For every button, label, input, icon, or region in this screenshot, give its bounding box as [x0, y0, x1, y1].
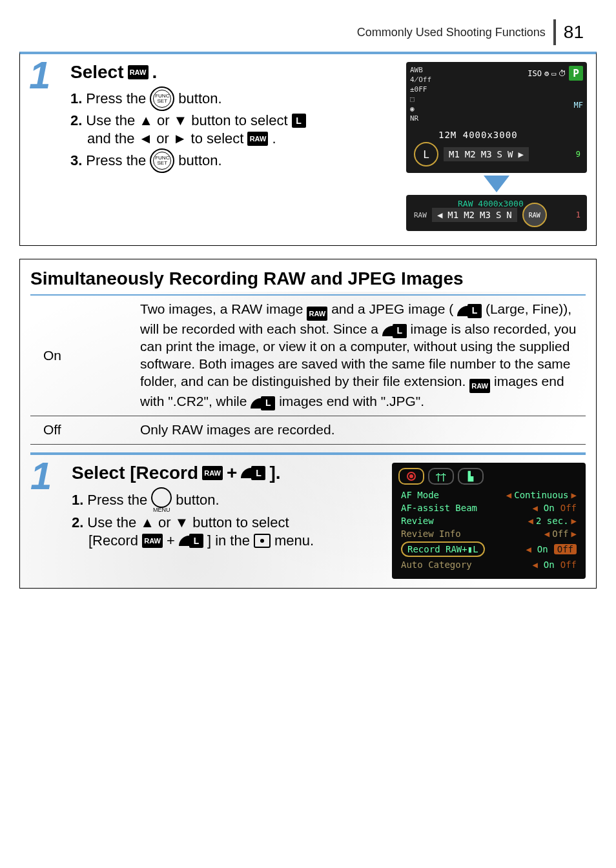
metering-icon: ◉: [410, 105, 431, 113]
s2-t2: button to select: [191, 112, 287, 129]
menu-key: AF Mode: [401, 490, 439, 500]
nr-icon: NR: [410, 114, 431, 123]
txt: and a JPEG image (: [331, 301, 453, 316]
step2-title: Select [Record RAW + L ].: [72, 463, 382, 483]
s2-or: or: [157, 112, 170, 129]
step1-sub1: 1. Press the FUNC SET button.: [70, 86, 396, 111]
up-arrow-icon: ▲: [140, 514, 154, 531]
t2b: ].: [269, 463, 280, 483]
s2-or2: or: [156, 130, 169, 147]
step1-title-word: Select: [70, 62, 124, 83]
step2-sub2a: 2. Use the ▲ or ▼ button to select: [72, 514, 382, 531]
lcd-preview-stack: AWB 4̸Off ±0FF ⬚ ◉ NR ISO ⚙ ▭ ⏱ P MF 12M…: [406, 62, 587, 231]
opt-s: S: [496, 210, 501, 220]
lcd1-right-icons: ISO ⚙ ▭ ⏱ P: [528, 66, 583, 81]
shots-remaining: 1: [576, 210, 580, 219]
s2-t5: .: [272, 130, 276, 147]
jpeg-fine-icon: L: [382, 324, 407, 338]
shots-remaining: 9: [576, 150, 580, 159]
mode-p-badge: P: [569, 66, 583, 81]
s2-t5: menu.: [274, 532, 314, 549]
s3-t2: button.: [178, 152, 221, 169]
step2-box: 1 Select [Record RAW + L ]. 1. Press the…: [30, 452, 586, 579]
table-row: On Two images, a RAW image RAW and a JPE…: [30, 296, 586, 416]
menu-row: Record RAW+▮L◀OnOff: [398, 540, 579, 558]
s2-t4: ] in the: [207, 532, 250, 549]
s2-t3: [Record: [88, 532, 138, 549]
s2-t2: button to select: [192, 514, 289, 531]
option-table: On Two images, a RAW image RAW and a JPE…: [30, 296, 586, 445]
scroll-right-icon: ▶: [518, 149, 523, 159]
menu-value: ◀Continuous▶: [506, 490, 577, 500]
s2-or: or: [158, 514, 171, 531]
s1-t2: button.: [176, 492, 219, 509]
down-arrow-icon: ▼: [175, 514, 189, 531]
step1-title-period: .: [152, 62, 158, 83]
table-row: Off Only RAW images are recorded.: [30, 416, 586, 445]
menu-button-icon: [151, 487, 172, 508]
opt-s: S: [497, 149, 502, 159]
opt-m1: M1: [447, 210, 458, 220]
exposure-icon: ±0FF: [410, 85, 431, 94]
menu-row: Review◀2 sec.▶: [398, 514, 579, 527]
menu-value: ◀OnOff: [532, 503, 577, 513]
lcd1-left-icons: AWB 4̸Off ±0FF ⬚ ◉ NR: [410, 66, 431, 123]
lcd1-options: M1 M2 M3 S W ▶: [444, 147, 529, 161]
txt: Two images, a RAW image: [140, 301, 307, 316]
selected-raw-icon: RAW: [522, 203, 547, 227]
opt-w: W: [508, 149, 513, 159]
step1-title: Select RAW .: [70, 62, 396, 83]
lcd1-size: 12M 4000x3000: [438, 130, 518, 140]
func-set-icon: FUNC SET: [150, 148, 174, 173]
scroll-left-icon: ◀: [437, 210, 442, 220]
lcd2-selector: RAW ◀ M1 M2 M3 S N RAW 1: [414, 203, 580, 227]
on-description: Two images, a RAW image RAW and a JPEG i…: [134, 296, 586, 416]
opt-m2: M2: [465, 149, 476, 159]
opt-m2: M2: [464, 210, 475, 220]
func-set-icon: FUNC SET: [150, 86, 174, 111]
mf-icon: MF: [574, 101, 583, 110]
menu-tabs: ϯϯ ▙: [398, 468, 579, 485]
section-heading: Simultaneously Recording RAW and JPEG Im…: [30, 268, 586, 296]
left-arrow-icon: ◄: [138, 130, 152, 147]
s1-num: 1.: [70, 90, 82, 107]
step2-sub2b: [Record RAW + L ] in the menu.: [72, 532, 382, 549]
func-bot: SET: [158, 161, 168, 166]
menu-key: Record RAW+▮L: [401, 541, 485, 557]
tab-camera: [398, 468, 424, 485]
step2-number: 1: [30, 463, 61, 490]
opt-m3: M3: [481, 149, 492, 159]
t2a: Select [Record: [72, 463, 198, 483]
s2-num: 2.: [72, 514, 83, 531]
step1-sub2a: 2. Use the ▲ or ▼ button to select L: [70, 112, 396, 129]
jpeg-fine-icon: L: [241, 466, 265, 480]
l-size-icon: L: [467, 304, 482, 318]
s2-t1: Use the: [86, 112, 135, 129]
menu-row: AF-assist Beam◀OnOff: [398, 501, 579, 514]
flash-off-icon: 4̸Off: [410, 76, 431, 84]
iso-icon: ISO: [528, 69, 542, 78]
raw-jpeg-section: Simultaneously Recording RAW and JPEG Im…: [19, 259, 597, 589]
frame-icon: ▭: [551, 69, 556, 78]
page-number: 81: [564, 22, 584, 43]
raw-icon: RAW: [469, 379, 490, 393]
s2-t1: Use the: [87, 514, 136, 531]
menu-key: Review Info: [401, 529, 461, 539]
down-arrow-icon: ▼: [174, 112, 188, 129]
raw-icon: RAW: [247, 132, 268, 146]
jpeg-fine-icon: L: [179, 534, 203, 548]
gear-icon: ⚙: [544, 69, 549, 78]
raw-icon: RAW: [307, 307, 327, 321]
raw-icon: RAW: [142, 534, 163, 548]
menu-row: Auto Category◀OnOff: [398, 558, 579, 571]
menu-lcd-preview: ϯϯ ▙ AF Mode◀Continuous▶AF-assist Beam◀O…: [392, 463, 586, 579]
l-size-icon: L: [261, 396, 275, 410]
txt: images end with ".JPG".: [279, 394, 424, 409]
step2-sub1: 1. Press the MENU button.: [72, 487, 382, 513]
s2-t3: and the: [87, 130, 134, 147]
l-size-icon: L: [251, 466, 265, 480]
menu-value: ◀2 sec.▶: [528, 516, 577, 526]
menu-value: ◀OnOff: [532, 560, 577, 570]
t2plus: +: [227, 463, 237, 483]
lcd-preview-1: AWB 4̸Off ±0FF ⬚ ◉ NR ISO ⚙ ▭ ⏱ P MF 12M…: [406, 62, 587, 173]
